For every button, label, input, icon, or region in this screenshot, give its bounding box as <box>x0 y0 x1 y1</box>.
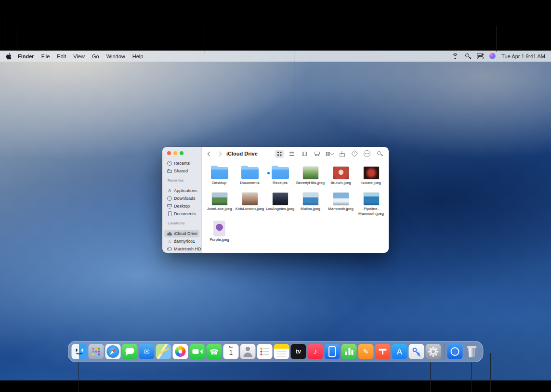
sidebar-item[interactable]: Shared <box>164 167 199 175</box>
spotlight-search-icon[interactable] <box>465 53 471 59</box>
dock-item[interactable] <box>341 344 357 359</box>
menu-item[interactable]: Window <box>106 53 125 59</box>
sidebar-item-label: dannyrico1 <box>174 239 195 244</box>
column-view-button[interactable] <box>300 150 309 158</box>
dock-item[interactable] <box>105 344 121 359</box>
dock-item[interactable]: ✉ <box>139 344 155 359</box>
app-menu-finder[interactable]: Finder <box>18 53 34 59</box>
siri-icon[interactable] <box>489 53 496 59</box>
dock-item[interactable] <box>122 344 138 359</box>
file-icon <box>303 167 318 179</box>
file-icon <box>211 167 228 179</box>
share-icon <box>340 151 345 157</box>
sidebar-item[interactable]: Macintosh HD <box>164 245 199 253</box>
apple-menu[interactable] <box>6 53 12 60</box>
file-icon-box <box>303 163 318 179</box>
sidebar-item[interactable]: Desktop <box>164 202 199 210</box>
more-options-button[interactable] <box>363 150 371 158</box>
file-item[interactable]: Brunch.jpeg <box>326 163 356 185</box>
dock-item[interactable] <box>444 344 445 359</box>
dock-item[interactable] <box>257 344 273 359</box>
icon-view-button[interactable] <box>275 150 284 158</box>
file-icon-box <box>364 163 379 179</box>
file-item[interactable]: Malibu.jpeg <box>295 189 326 216</box>
file-icon-box <box>241 163 259 179</box>
dock-icon-glyph: ☎ <box>210 348 219 355</box>
dock-item[interactable]: ♪ <box>308 344 323 359</box>
menu-item[interactable]: Help <box>132 53 144 59</box>
dock-item[interactable]: A <box>392 344 407 359</box>
dock-item[interactable] <box>426 344 441 359</box>
dock-item[interactable] <box>325 344 340 359</box>
annotated-screenshot-frame: Finder FileEditViewGoWindowHelp Tue Apr … <box>0 0 551 392</box>
zoom-button[interactable] <box>180 151 184 155</box>
file-item[interactable]: BeverlyHills.jpeg <box>295 163 326 185</box>
file-item[interactable]: KidsLondon.jpeg <box>235 189 265 216</box>
back-button[interactable] <box>207 150 212 157</box>
menu-item[interactable]: File <box>41 53 50 59</box>
toolbar-controls <box>275 150 384 158</box>
dock-item[interactable] <box>72 344 87 359</box>
file-item[interactable]: Desktop <box>204 163 235 185</box>
file-name: Isolate.jpeg <box>361 181 381 185</box>
sidebar-item-label: Downloads <box>174 196 196 201</box>
file-name: Brunch.jpeg <box>330 181 351 185</box>
menu-bar-clock[interactable]: Tue Apr 1 9:41 AM <box>501 53 545 59</box>
menu-item[interactable]: View <box>73 53 85 59</box>
dock-item[interactable]: ☎ <box>207 344 222 359</box>
dock-item[interactable]: tv <box>291 344 306 359</box>
file-item[interactable]: Mammoth.jpeg <box>326 189 356 216</box>
menu-item[interactable]: Edit <box>57 53 66 59</box>
file-item[interactable]: Isolate.jpeg <box>356 163 386 185</box>
sidebar-item[interactable]: Recents <box>164 159 199 167</box>
file-item[interactable]: Documents <box>235 163 265 185</box>
dock-item[interactable] <box>240 344 256 359</box>
dock-item[interactable] <box>173 344 188 359</box>
sidebar-general-list: Recents Shared <box>162 159 201 175</box>
sidebar-item[interactable]: Downloads <box>164 195 199 202</box>
dock-item[interactable]: Tue 1 <box>223 344 239 359</box>
file-name: JuneLake.jpeg <box>207 207 232 211</box>
control-center-icon[interactable] <box>477 53 484 59</box>
dock-icon-glyph: ✉ <box>144 348 150 355</box>
dock-item[interactable] <box>274 344 289 359</box>
share-button[interactable] <box>338 150 346 158</box>
callout-line <box>205 26 205 54</box>
window-title: iCloud Drive <box>226 151 258 157</box>
file-icon-box <box>212 189 227 205</box>
menu-item[interactable]: Go <box>92 53 99 59</box>
file-item[interactable]: Purple.jpeg <box>204 220 235 242</box>
dock-item[interactable] <box>464 344 480 359</box>
dock-item[interactable] <box>409 344 424 359</box>
sidebar-item[interactable]: dannyrico1 <box>164 237 199 245</box>
sidebar-item-icon <box>167 188 172 193</box>
wifi-icon[interactable] <box>451 53 459 59</box>
menu-items: FileEditViewGoWindowHelp <box>41 53 151 59</box>
group-button[interactable] <box>325 150 334 158</box>
minimize-button[interactable] <box>173 151 177 155</box>
dock-item[interactable] <box>89 344 104 359</box>
dock-item[interactable] <box>156 344 171 359</box>
file-item[interactable]: Receipts <box>265 163 295 185</box>
sidebar-item[interactable]: iCloud Drive <box>164 230 199 237</box>
file-item[interactable]: LosAngeles.jpeg <box>265 189 295 216</box>
dock-item[interactable] <box>375 344 391 359</box>
search-button[interactable] <box>375 150 384 158</box>
sidebar-item-label: Desktop <box>174 204 190 209</box>
forward-button[interactable] <box>216 150 222 157</box>
file-item[interactable]: JuneLake.jpeg <box>204 189 235 216</box>
sidebar-item[interactable]: Applications <box>164 187 199 195</box>
dock-item[interactable]: ✎ <box>358 344 374 359</box>
dock-icon-glyph: ↓ <box>454 349 457 354</box>
list-view-button[interactable] <box>288 150 296 158</box>
file-icon <box>333 193 349 205</box>
sidebar-item[interactable]: Documents <box>164 210 199 218</box>
dock-item[interactable] <box>190 344 205 359</box>
close-button[interactable] <box>167 151 171 155</box>
gallery-view-button[interactable] <box>313 150 321 158</box>
chevron-down-icon <box>330 151 334 155</box>
file-item[interactable]: Pipeline-Mammoth.jpeg <box>356 189 386 216</box>
dock-item[interactable]: ↓ <box>447 344 463 359</box>
finder-window: Recents Shared Favorites Applications <box>162 147 389 253</box>
tags-button[interactable] <box>350 150 359 158</box>
